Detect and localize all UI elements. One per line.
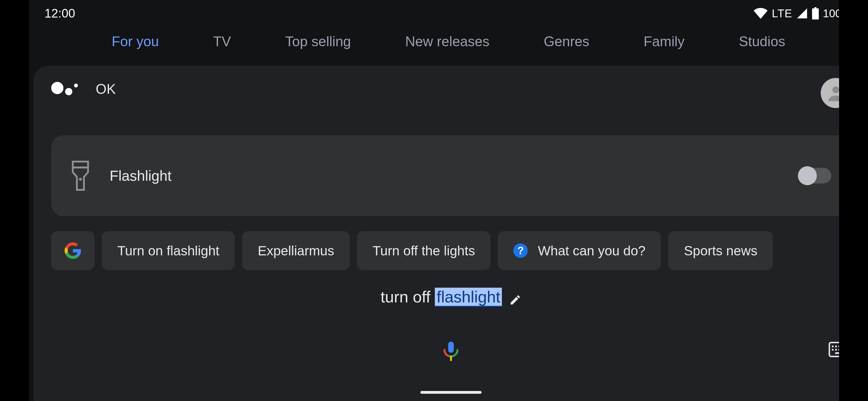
edit-icon[interactable] (509, 294, 521, 306)
tab-new-releases[interactable]: New releases (405, 33, 489, 50)
tab-top-selling[interactable]: Top selling (285, 33, 351, 50)
signal-icon (796, 8, 808, 19)
assistant-sheet: OK Flashlight (33, 66, 868, 401)
chip-what-can-you-do[interactable]: ? What can you do? (498, 231, 661, 270)
nav-handle[interactable] (421, 391, 482, 394)
wifi-icon (753, 8, 768, 19)
tab-for-you[interactable]: For you (112, 33, 159, 50)
flashlight-icon (71, 161, 90, 191)
battery-icon (812, 7, 819, 20)
chip-turn-on-flashlight[interactable]: Turn on flashlight (102, 231, 235, 270)
assistant-icon (51, 78, 79, 100)
query-text[interactable]: turn off flashlight (380, 287, 502, 306)
google-icon (64, 242, 82, 259)
mic-button[interactable] (440, 340, 462, 363)
status-right: LTE 100% (753, 7, 851, 20)
tab-studios[interactable]: Studios (739, 33, 785, 50)
tab-tv[interactable]: TV (213, 33, 231, 50)
svg-rect-11 (832, 349, 834, 351)
tab-genres[interactable]: Genres (544, 33, 589, 50)
svg-rect-3 (448, 342, 454, 353)
svg-point-0 (832, 86, 839, 93)
svg-point-2 (79, 178, 82, 181)
tab-family[interactable]: Family (644, 33, 684, 50)
flashlight-card: Flashlight (51, 135, 851, 216)
chip-sports-news[interactable]: Sports news (668, 231, 773, 270)
google-chip[interactable] (51, 231, 95, 270)
network-type: LTE (772, 7, 792, 20)
status-bar: 12:00 LTE 100% (29, 0, 868, 27)
status-time: 12:00 (44, 6, 75, 20)
suggestion-chips-row: Turn on flashlight Expelliarmus Turn off… (51, 231, 868, 270)
flashlight-card-label: Flashlight (110, 167, 779, 184)
svg-rect-7 (835, 346, 837, 347)
tabs-row: For you TV Top selling New releases Genr… (29, 33, 868, 50)
question-icon: ? (513, 244, 528, 258)
query-row: turn off flashlight (33, 287, 868, 306)
svg-rect-12 (835, 349, 837, 351)
chip-expelliarmus[interactable]: Expelliarmus (242, 231, 350, 270)
svg-rect-6 (832, 346, 834, 347)
assistant-response-text: OK (96, 81, 116, 97)
chip-turn-off-lights[interactable]: Turn off the lights (357, 231, 491, 270)
flashlight-toggle[interactable] (799, 168, 831, 183)
